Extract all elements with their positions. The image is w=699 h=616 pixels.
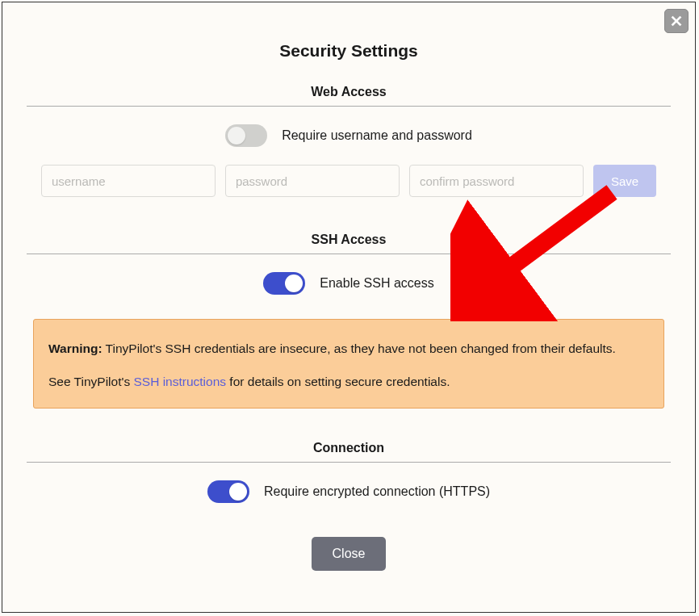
web-access-heading: Web Access — [27, 85, 671, 107]
web-access-section: Web Access Require username and password… — [2, 85, 695, 197]
ssh-access-section: SSH Access Enable SSH access Warning: Ti… — [2, 233, 695, 409]
enable-ssh-label: Enable SSH access — [320, 276, 433, 291]
enable-ssh-toggle[interactable] — [263, 272, 305, 295]
web-access-toggle-row: Require username and password — [27, 124, 671, 147]
dialog-close-x[interactable] — [664, 9, 689, 33]
ssh-warning-text2b: for details on setting secure credential… — [226, 375, 450, 388]
ssh-warning-text2a: See TinyPilot's — [48, 375, 133, 388]
ssh-warning-box: Warning: TinyPilot's SSH credentials are… — [33, 319, 664, 409]
ssh-warning-line1: Warning: TinyPilot's SSH credentials are… — [48, 339, 649, 358]
toggle-knob — [229, 483, 247, 501]
toggle-knob — [285, 274, 303, 292]
require-login-toggle[interactable] — [225, 124, 267, 147]
security-settings-dialog: Security Settings Web Access Require use… — [2, 2, 696, 613]
dialog-footer: Close — [2, 537, 695, 571]
credentials-inputs-row: Save — [27, 165, 671, 197]
warning-label: Warning: — [48, 342, 103, 355]
username-input[interactable] — [41, 165, 216, 197]
require-https-label: Require encrypted connection (HTTPS) — [264, 484, 490, 499]
close-button[interactable]: Close — [312, 537, 387, 571]
toggle-knob — [228, 127, 245, 145]
confirm-password-input[interactable] — [409, 165, 584, 197]
dialog-title: Security Settings — [2, 2, 695, 85]
ssh-toggle-row: Enable SSH access — [27, 272, 671, 295]
connection-toggle-row: Require encrypted connection (HTTPS) — [27, 480, 671, 503]
require-https-toggle[interactable] — [207, 480, 249, 503]
save-credentials-button[interactable]: Save — [593, 165, 656, 197]
close-icon — [669, 14, 684, 28]
ssh-warning-text1: TinyPilot's SSH credentials are insecure… — [103, 342, 616, 355]
require-login-label: Require username and password — [282, 128, 472, 143]
connection-heading: Connection — [27, 441, 671, 463]
ssh-access-heading: SSH Access — [27, 233, 671, 254]
ssh-instructions-link[interactable]: SSH instructions — [133, 375, 226, 388]
ssh-warning-line2: See TinyPilot's SSH instructions for det… — [48, 372, 649, 391]
password-input[interactable] — [225, 165, 400, 197]
connection-section: Connection Require encrypted connection … — [2, 441, 695, 503]
